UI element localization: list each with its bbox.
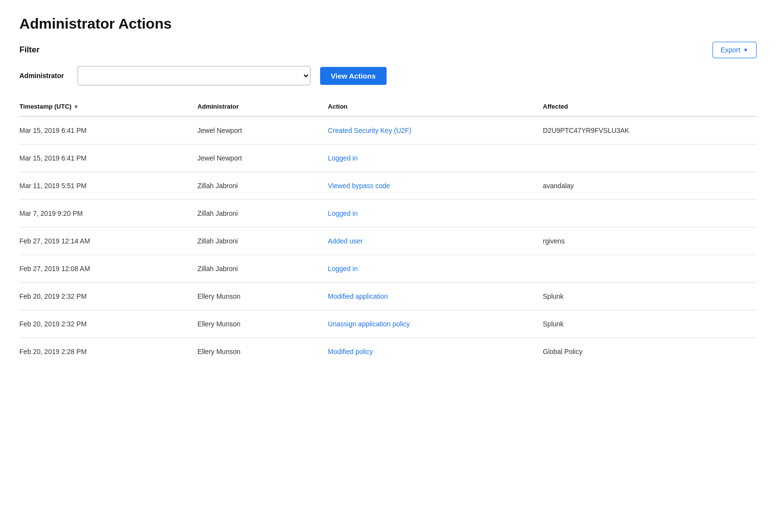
cell-affected bbox=[535, 255, 757, 283]
admin-filter-row: Administrator View Actions bbox=[19, 66, 757, 85]
col-timestamp-label: Timestamp (UTC) bbox=[19, 103, 71, 110]
action-link[interactable]: Added user bbox=[328, 237, 363, 245]
cell-administrator: Jewel Newport bbox=[190, 145, 320, 172]
admin-select[interactable] bbox=[78, 66, 310, 85]
cell-administrator: Jewel Newport bbox=[190, 116, 320, 145]
cell-administrator: Zillah Jabroni bbox=[190, 255, 320, 283]
cell-timestamp: Mar 15, 2019 6:41 PM bbox=[19, 116, 190, 145]
table-row: Feb 20, 2019 2:32 PMEllery MunsonModifie… bbox=[19, 283, 757, 310]
cell-action[interactable]: Viewed bypass code bbox=[320, 172, 535, 200]
filter-section: Filter Export ▼ Administrator View Actio… bbox=[19, 42, 757, 85]
cell-administrator: Ellery Munson bbox=[190, 283, 320, 310]
cell-action[interactable]: Modified policy bbox=[320, 338, 535, 366]
chevron-down-icon: ▼ bbox=[743, 47, 748, 53]
col-administrator: Administrator bbox=[190, 97, 320, 116]
export-label: Export bbox=[721, 46, 740, 54]
table-header: Timestamp (UTC) ▼ Administrator Action A… bbox=[19, 97, 757, 116]
action-link[interactable]: Logged in bbox=[328, 265, 358, 273]
cell-affected: avandalay bbox=[535, 172, 757, 200]
cell-affected bbox=[535, 200, 757, 227]
col-action: Action bbox=[320, 97, 535, 116]
action-link[interactable]: Logged in bbox=[328, 210, 358, 217]
table-row: Feb 27, 2019 12:14 AMZillah JabroniAdded… bbox=[19, 227, 757, 255]
admin-filter-label: Administrator bbox=[19, 72, 68, 80]
cell-administrator: Ellery Munson bbox=[190, 338, 320, 366]
page-title: Administrator Actions bbox=[19, 16, 757, 32]
cell-action[interactable]: Unassign application policy bbox=[320, 310, 535, 338]
cell-administrator: Zillah Jabroni bbox=[190, 200, 320, 227]
table-body: Mar 15, 2019 6:41 PMJewel NewportCreated… bbox=[19, 116, 757, 365]
cell-affected: Splunk bbox=[535, 310, 757, 338]
cell-affected: rgivens bbox=[535, 227, 757, 255]
cell-timestamp: Feb 20, 2019 2:32 PM bbox=[19, 283, 190, 310]
cell-administrator: Zillah Jabroni bbox=[190, 227, 320, 255]
col-timestamp[interactable]: Timestamp (UTC) ▼ bbox=[19, 97, 190, 116]
table-row: Mar 15, 2019 6:41 PMJewel NewportCreated… bbox=[19, 116, 757, 145]
cell-action[interactable]: Added user bbox=[320, 227, 535, 255]
table-header-row: Timestamp (UTC) ▼ Administrator Action A… bbox=[19, 97, 757, 116]
cell-timestamp: Mar 15, 2019 6:41 PM bbox=[19, 145, 190, 172]
action-link[interactable]: Unassign application policy bbox=[328, 320, 410, 328]
cell-timestamp: Feb 27, 2019 12:08 AM bbox=[19, 255, 190, 283]
cell-affected: Global Policy bbox=[535, 338, 757, 366]
cell-timestamp: Feb 20, 2019 2:32 PM bbox=[19, 310, 190, 338]
table-row: Feb 20, 2019 2:32 PMEllery MunsonUnassig… bbox=[19, 310, 757, 338]
sort-arrow-icon: ▼ bbox=[73, 104, 79, 110]
table-row: Feb 20, 2019 2:28 PMEllery MunsonModifie… bbox=[19, 338, 757, 366]
cell-action[interactable]: Logged in bbox=[320, 255, 535, 283]
cell-affected bbox=[535, 145, 757, 172]
actions-table: Timestamp (UTC) ▼ Administrator Action A… bbox=[19, 97, 757, 365]
table-row: Mar 7, 2019 9:20 PMZillah JabroniLogged … bbox=[19, 200, 757, 227]
cell-action[interactable]: Logged in bbox=[320, 200, 535, 227]
action-link[interactable]: Created Security Key (U2F) bbox=[328, 127, 411, 134]
filter-header-row: Filter Export ▼ bbox=[19, 42, 757, 58]
export-button[interactable]: Export ▼ bbox=[712, 42, 757, 58]
cell-timestamp: Feb 20, 2019 2:28 PM bbox=[19, 338, 190, 366]
action-link[interactable]: Modified application bbox=[328, 292, 388, 300]
cell-affected: D2U9PTC47YR9FVSLU3AK bbox=[535, 116, 757, 145]
cell-action[interactable]: Created Security Key (U2F) bbox=[320, 116, 535, 145]
action-link[interactable]: Viewed bypass code bbox=[328, 182, 390, 190]
filter-heading: Filter bbox=[19, 45, 40, 55]
cell-timestamp: Feb 27, 2019 12:14 AM bbox=[19, 227, 190, 255]
cell-timestamp: Mar 11, 2019 5:51 PM bbox=[19, 172, 190, 200]
action-link[interactable]: Modified policy bbox=[328, 348, 373, 355]
table-container: Timestamp (UTC) ▼ Administrator Action A… bbox=[19, 97, 757, 365]
cell-action[interactable]: Logged in bbox=[320, 145, 535, 172]
action-link[interactable]: Logged in bbox=[328, 154, 358, 162]
cell-affected: Splunk bbox=[535, 283, 757, 310]
table-row: Feb 27, 2019 12:08 AMZillah JabroniLogge… bbox=[19, 255, 757, 283]
cell-timestamp: Mar 7, 2019 9:20 PM bbox=[19, 200, 190, 227]
cell-action[interactable]: Modified application bbox=[320, 283, 535, 310]
table-row: Mar 15, 2019 6:41 PMJewel NewportLogged … bbox=[19, 145, 757, 172]
cell-administrator: Ellery Munson bbox=[190, 310, 320, 338]
view-actions-button[interactable]: View Actions bbox=[320, 67, 387, 85]
table-row: Mar 11, 2019 5:51 PMZillah JabroniViewed… bbox=[19, 172, 757, 200]
cell-administrator: Zillah Jabroni bbox=[190, 172, 320, 200]
col-affected: Affected bbox=[535, 97, 757, 116]
